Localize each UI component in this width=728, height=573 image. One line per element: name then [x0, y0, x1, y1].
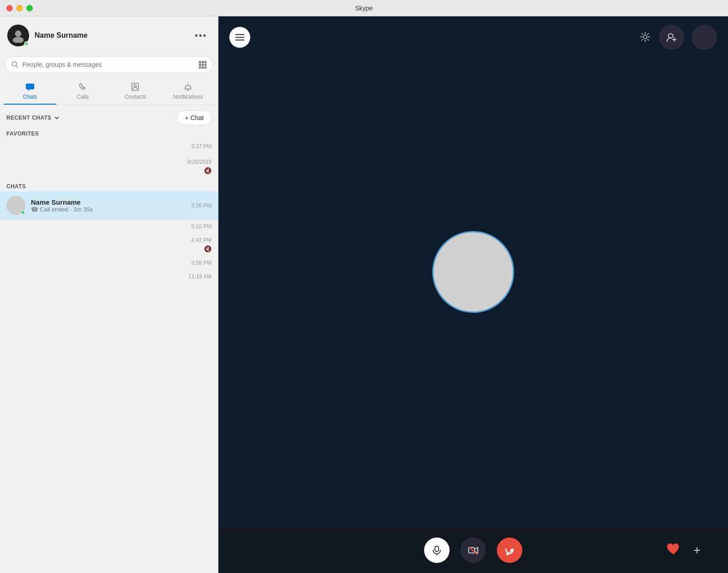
- favorites-item-1[interactable]: 3:37 PM: [0, 139, 218, 154]
- svg-rect-9: [204, 64, 207, 66]
- favorites-item-2[interactable]: 8/20/2018 🔇: [0, 154, 218, 179]
- more-options-button[interactable]: •••: [191, 29, 211, 43]
- menu-line-1: [235, 34, 244, 35]
- tab-calls[interactable]: Calls: [56, 77, 109, 105]
- tab-calls-label: Calls: [76, 94, 89, 100]
- traffic-lights: [6, 5, 33, 11]
- chat-item-5[interactable]: 11:19 AM: [0, 270, 218, 283]
- chats-icon: [25, 82, 35, 92]
- remote-avatar: [432, 231, 514, 313]
- chat-item-4[interactable]: 3:58 PM: [0, 256, 218, 270]
- svg-rect-10: [199, 66, 201, 69]
- notifications-icon: [183, 82, 193, 92]
- search-bar: [5, 56, 212, 73]
- svg-point-0: [15, 30, 21, 37]
- svg-rect-24: [469, 548, 475, 553]
- chats-section-title: CHATS: [0, 179, 218, 191]
- favorites-item-1-time: 3:37 PM: [191, 143, 212, 150]
- call-right-controls: +: [666, 543, 701, 558]
- tab-notifications-label: Notifications: [173, 94, 202, 100]
- grid-icon[interactable]: [198, 60, 207, 69]
- favorites-title: FAVORITES: [6, 131, 212, 137]
- menu-line-2: [235, 37, 244, 38]
- contacts-icon: [130, 82, 140, 92]
- avatar-wrapper: [7, 25, 29, 46]
- end-call-button[interactable]: [497, 538, 522, 563]
- microphone-button[interactable]: [424, 538, 450, 563]
- chat-preview-1: ☎ Call ended - 3m 35s: [31, 206, 186, 213]
- muted-icon-2: 🔇: [204, 245, 212, 252]
- chat-online-dot-1: [20, 210, 25, 215]
- svg-rect-8: [202, 64, 204, 66]
- close-button[interactable]: [6, 5, 13, 11]
- window-title: Skype: [355, 5, 373, 12]
- svg-rect-22: [435, 546, 439, 552]
- avatar-icon: [11, 28, 25, 43]
- search-input[interactable]: [22, 61, 195, 68]
- maximize-button[interactable]: [26, 5, 33, 11]
- online-status-dot: [24, 41, 29, 46]
- add-button[interactable]: +: [693, 543, 701, 558]
- svg-rect-11: [202, 66, 204, 69]
- tab-chats[interactable]: Chats: [4, 77, 56, 105]
- tab-chats-label: Chats: [23, 94, 37, 100]
- minimize-button[interactable]: [16, 5, 23, 11]
- svg-rect-13: [26, 84, 34, 90]
- search-icon: [11, 61, 19, 68]
- nav-tabs: Chats Calls Contacts: [0, 77, 218, 105]
- add-person-icon: [666, 31, 677, 43]
- svg-rect-5: [202, 61, 204, 63]
- chevron-down-icon: [54, 115, 60, 121]
- new-chat-button[interactable]: + Chat: [177, 111, 212, 125]
- muted-icon: 🔇: [204, 167, 212, 174]
- add-person-button[interactable]: [659, 25, 684, 50]
- chat-content-1: Name Surname ☎ Call ended - 3m 35s: [31, 198, 186, 213]
- svg-point-18: [643, 35, 647, 39]
- tab-notifications[interactable]: Notifications: [162, 77, 214, 105]
- end-call-icon: [504, 544, 516, 556]
- recent-chats-label: RECENT CHATS: [6, 115, 51, 121]
- chat-item-3[interactable]: 4:42 PM 🔇: [0, 233, 218, 256]
- more-call-options-button[interactable]: [692, 25, 717, 50]
- recent-chats-toggle[interactable]: RECENT CHATS: [6, 115, 60, 121]
- call-header-right: [639, 25, 717, 50]
- titlebar: Skype: [0, 0, 728, 16]
- profile-name: Name Surname: [35, 31, 88, 40]
- call-header: [218, 16, 728, 58]
- recent-chats-header: RECENT CHATS + Chat: [0, 105, 218, 128]
- menu-line-3: [235, 40, 244, 40]
- chat-name-1: Name Surname: [31, 198, 186, 206]
- profile-row: Name Surname •••: [0, 16, 218, 55]
- chat-time-5: 11:19 AM: [188, 273, 212, 280]
- call-panel: +: [218, 16, 728, 573]
- chat-item-1[interactable]: Name Surname ☎ Call ended - 3m 35s 5:26 …: [0, 191, 218, 220]
- call-controls-bar: +: [218, 528, 728, 573]
- tab-contacts[interactable]: Contacts: [109, 77, 162, 105]
- svg-point-1: [13, 37, 24, 43]
- svg-rect-15: [132, 83, 139, 91]
- chat-time-4: 3:58 PM: [191, 260, 212, 266]
- app-container: Name Surname •••: [0, 16, 728, 573]
- call-video-area: [218, 16, 728, 528]
- menu-button[interactable]: [229, 27, 250, 48]
- gear-icon: [639, 30, 652, 43]
- chat-avatar-1: [6, 196, 25, 215]
- svg-rect-4: [199, 61, 201, 63]
- heart-button[interactable]: [666, 543, 681, 558]
- svg-rect-7: [199, 64, 201, 66]
- heart-icon: [666, 543, 681, 555]
- svg-line-3: [16, 66, 18, 68]
- svg-rect-6: [204, 61, 207, 63]
- favorites-section: FAVORITES: [0, 128, 218, 139]
- chat-time-1: 5:26 PM: [191, 202, 212, 209]
- svg-rect-12: [204, 66, 207, 69]
- microphone-icon: [432, 545, 442, 555]
- settings-button[interactable]: [639, 30, 652, 45]
- svg-marker-14: [27, 90, 29, 91]
- tab-contacts-label: Contacts: [125, 94, 146, 100]
- video-button[interactable]: [460, 538, 486, 563]
- chat-item-2[interactable]: 5:10 PM: [0, 220, 218, 233]
- calls-icon: [78, 82, 88, 92]
- profile-left: Name Surname: [7, 25, 88, 46]
- chat-time-3: 4:42 PM: [191, 237, 212, 243]
